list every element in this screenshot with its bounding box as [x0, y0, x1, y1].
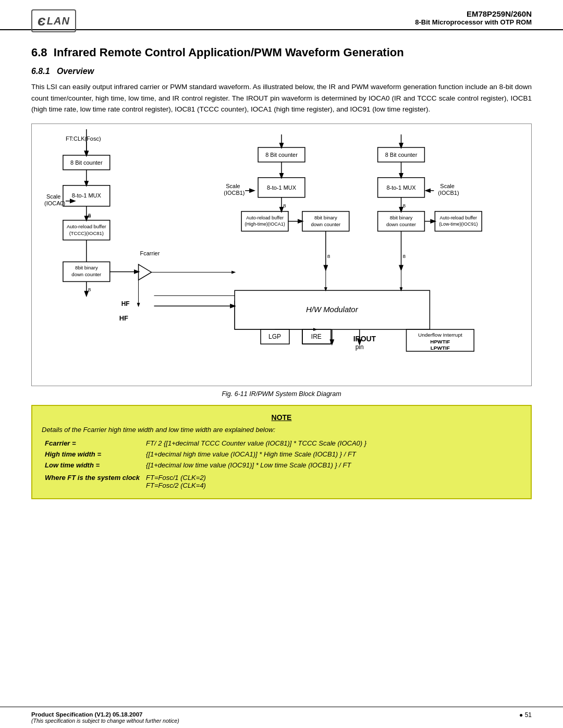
subsection-title: 6.8.1 Overview — [31, 67, 532, 76]
block-diagram-svg: FT:CLK(Fosc) 8 Bit counter Scale (IOCA0)… — [37, 129, 526, 379]
svg-text:(IOCB1): (IOCB1) — [438, 190, 459, 196]
svg-text:IRE: IRE — [311, 333, 322, 340]
note-box: NOTE Details of the Fcarrier high time w… — [31, 405, 532, 499]
header-subtitle: 8-Bit Microprocessor with OTP ROM — [415, 18, 532, 26]
svg-text:8: 8 — [283, 202, 286, 208]
svg-text:8 Bit counter: 8 Bit counter — [385, 152, 418, 158]
note-value-fcarrier: FT/ 2 {[1+decimal TCCC Counter value (IO… — [143, 438, 521, 449]
svg-text:Underflow Interrupt: Underflow Interrupt — [418, 332, 462, 338]
svg-text:(High-time)(IOCA1): (High-time)(IOCA1) — [244, 221, 285, 226]
main-content: 6.8 Infrared Remote Control Application/… — [0, 30, 563, 707]
svg-text:Scale: Scale — [46, 193, 60, 199]
footer-product-spec: Product Specification (V1.2) 05.18.2007 — [31, 711, 179, 718]
svg-text:HF: HF — [121, 300, 130, 307]
svg-text:8bit binary: 8bit binary — [75, 265, 98, 270]
svg-text:Fcarrier: Fcarrier — [140, 250, 160, 256]
svg-text:Auto-reload buffer: Auto-reload buffer — [246, 215, 284, 220]
svg-text:8: 8 — [88, 287, 91, 292]
svg-text:Auto-reload buffer: Auto-reload buffer — [67, 223, 106, 229]
svg-text:(IOCB1): (IOCB1) — [224, 190, 244, 196]
svg-text:down counter: down counter — [311, 221, 340, 227]
header-text: EM78P259N/260N 8-Bit Microprocessor with… — [415, 9, 532, 26]
svg-text:HPWTIF: HPWTIF — [430, 339, 450, 344]
diagram-caption: Fig. 6-11 IR/PWM System Block Diagram — [31, 390, 532, 398]
note-value-low: {[1+decimal low time value (IOC91)] * Lo… — [143, 460, 521, 471]
note-row-high: High time width = {[1+decimal high time … — [42, 449, 521, 460]
svg-text:8bit binary: 8bit binary — [314, 214, 337, 220]
note-label-ft: Where FT is the system clock — [42, 471, 143, 491]
note-value-ft: FT=Fosc/1 (CLK=2) FT=Fosc/2 (CLK=4) — [143, 471, 521, 491]
footer-left: Product Specification (V1.2) 05.18.2007 … — [31, 711, 179, 724]
svg-text:(TCCC)(IOC81): (TCCC)(IOC81) — [69, 230, 104, 236]
note-intro: Details of the Fcarrier high time width … — [42, 426, 521, 434]
svg-text:FT:CLK(Fosc): FT:CLK(Fosc) — [66, 135, 101, 142]
svg-text:8 Bit counter: 8 Bit counter — [70, 159, 103, 166]
header-title: EM78P259N/260N — [415, 9, 532, 18]
footer: Product Specification (V1.2) 05.18.2007 … — [0, 707, 563, 728]
svg-text:8: 8 — [402, 253, 406, 259]
svg-text:8-to-1 MUX: 8-to-1 MUX — [267, 184, 297, 191]
svg-text:(Low-time)(IOC91): (Low-time)(IOC91) — [439, 221, 478, 226]
note-value-high: {[1+decimal high time value (IOCA1)] * H… — [143, 449, 521, 460]
svg-text:8 Bit counter: 8 Bit counter — [265, 152, 298, 158]
header: є LAN EM78P259N/260N 8-Bit Microprocesso… — [0, 0, 563, 30]
logo: є LAN — [31, 9, 76, 32]
logo-e-icon: є — [38, 13, 46, 29]
section-title: 6.8 Infrared Remote Control Application/… — [31, 46, 532, 59]
svg-text:Scale: Scale — [440, 183, 454, 189]
footer-disclaimer: (This specification is subject to change… — [31, 718, 179, 724]
svg-text:LPWTIF: LPWTIF — [431, 345, 450, 351]
svg-text:IROUT: IROUT — [353, 335, 376, 343]
page: є LAN EM78P259N/260N 8-Bit Microprocesso… — [0, 0, 563, 728]
svg-text:8: 8 — [402, 202, 406, 208]
svg-text:8-to-1 MUX: 8-to-1 MUX — [72, 192, 102, 198]
svg-text:H/W Modulator: H/W Modulator — [306, 305, 359, 314]
svg-text:down counter: down counter — [386, 221, 416, 227]
svg-text:down counter: down counter — [71, 272, 101, 277]
note-label-fcarrier: Fcarrier = — [42, 438, 143, 449]
svg-text:8-to-1 MUX: 8-to-1 MUX — [386, 184, 416, 191]
body-paragraph: This LSI can easily output infrared carr… — [31, 81, 532, 115]
note-label-high: High time width = — [42, 449, 143, 460]
note-table: Fcarrier = FT/ 2 {[1+decimal TCCC Counte… — [42, 438, 521, 491]
diagram-container: FT:CLK(Fosc) 8 Bit counter Scale (IOCA0)… — [31, 124, 532, 386]
note-row-ft: Where FT is the system clock FT=Fosc/1 (… — [42, 471, 521, 491]
note-label-low: Low time width = — [42, 460, 143, 471]
note-title: NOTE — [42, 413, 521, 422]
footer-page-number: ● 51 — [519, 711, 532, 719]
note-row-low: Low time width = {[1+decimal low time va… — [42, 460, 521, 471]
note-row-fcarrier: Fcarrier = FT/ 2 {[1+decimal TCCC Counte… — [42, 438, 521, 449]
svg-text:pin: pin — [356, 343, 364, 351]
svg-text:LGP: LGP — [268, 333, 281, 340]
svg-text:8: 8 — [88, 213, 91, 218]
svg-text:(IOCA0): (IOCA0) — [44, 200, 65, 206]
svg-text:8bit binary: 8bit binary — [390, 214, 413, 220]
svg-text:Scale: Scale — [226, 183, 240, 189]
logo-lan-text: LAN — [47, 15, 70, 27]
svg-text:8: 8 — [327, 253, 331, 259]
svg-text:HF: HF — [119, 314, 128, 322]
svg-text:Auto-reload buffer: Auto-reload buffer — [439, 215, 477, 220]
svg-marker-23 — [139, 264, 152, 280]
